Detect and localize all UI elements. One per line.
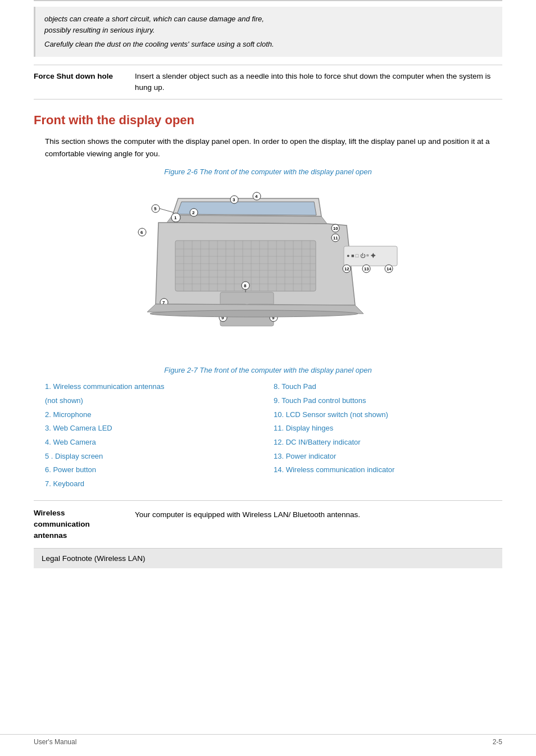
list-item-6: 6. Power button [45,463,274,477]
list-item-7: 7. Keyboard [45,477,274,491]
warning-line1: objects can create a short circuit, whic… [44,13,493,35]
force-shutdown-section: Force Shut down hole Insert a slender ob… [34,65,502,100]
component-col-right: 8. Touch Pad 9. Touch Pad control button… [274,380,502,491]
svg-text:6: 6 [140,230,143,235]
section-heading: Front with the display open [34,113,502,128]
list-item-2: 2. Microphone [45,408,274,422]
list-item-1: 1. Wireless communication antennas(not s… [45,380,274,408]
wireless-desc: Your computer is equipped with Wireless … [135,508,502,521]
list-item-9: 9. Touch Pad control buttons [274,394,502,408]
svg-text:12: 12 [344,266,349,271]
figure-caption-1: Figure 2-6 The front of the computer wit… [34,168,502,176]
list-item-11: 11. Display hinges [274,422,502,436]
warning-line3: Carefully clean the dust on the cooling … [44,39,493,50]
warning-box: objects can create a short circuit, whic… [34,7,502,57]
svg-text:● ■ □ ⏻ ☆ ✦: ● ■ □ ⏻ ☆ ✦ [347,253,376,259]
component-col-left: 1. Wireless communication antennas(not s… [45,380,274,491]
wireless-section: Wireless communication antennas Your com… [34,500,502,549]
list-item-8: 8. Touch Pad [274,380,502,394]
component-list: 1. Wireless communication antennas(not s… [45,380,502,491]
list-item-5: 5 . Display screen [45,450,274,464]
list-item-14: 14. Wireless communication indicator [274,463,502,477]
laptop-base-group: 7 8 9 9 10 11 [147,223,397,326]
list-item-10: 10. LCD Sensor switch (not shown) [274,408,502,422]
list-item-4: 4. Web Camera [45,436,274,450]
top-line [34,0,502,1]
svg-line-11 [160,209,174,212]
svg-text:3: 3 [233,197,235,202]
svg-text:2: 2 [192,210,195,215]
svg-text:4: 4 [255,194,258,199]
svg-point-61 [150,310,358,317]
figure-caption-2: Figure 2-7 The front of the computer wit… [34,366,502,374]
page-footer: User's Manual 2-5 [0,734,536,746]
force-shutdown-label: Force Shut down hole [34,71,135,80]
svg-text:5: 5 [154,206,157,211]
svg-text:8: 8 [244,283,247,288]
svg-text:11: 11 [333,236,338,241]
footer-left: User's Manual [34,738,76,746]
list-item-3: 3. Web Camera LED [45,422,274,436]
laptop-diagram: TOSHIBA 1 2 3 4 5 [111,182,425,361]
list-item-13: 13. Power indicator [274,450,502,464]
wireless-label: Wireless communication antennas [34,508,135,542]
left-component-list: 1. Wireless communication antennas(not s… [45,380,274,491]
list-item-12: 12. DC IN/Battery indicator [274,436,502,450]
section-intro: This section shows the computer with the… [45,135,502,160]
laptop-svg: TOSHIBA 1 2 3 4 5 [111,182,425,361]
right-component-list: 8. Touch Pad 9. Touch Pad control button… [274,380,502,477]
svg-text:1: 1 [174,215,177,220]
svg-text:10: 10 [333,226,338,231]
svg-text:13: 13 [364,266,369,271]
footer-right: 2-5 [493,738,502,746]
svg-text:14: 14 [387,266,392,271]
legal-footnote: Legal Footnote (Wireless LAN) [34,549,502,568]
force-shutdown-desc: Insert a slender object such as a needle… [135,71,502,94]
